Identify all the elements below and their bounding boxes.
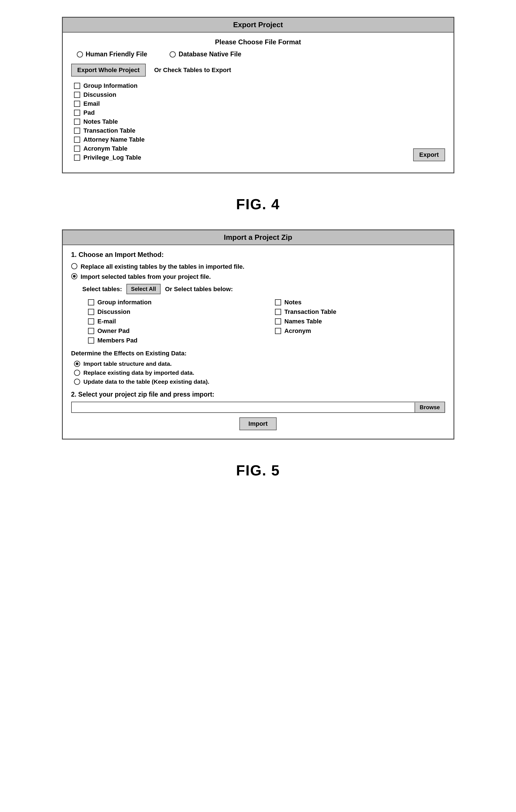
select-tables-label: Select tables: [82, 286, 122, 293]
step2-label: 2. Select your project zip file and pres… [71, 391, 445, 398]
checkbox-label: Email [84, 100, 100, 108]
import-table-checkbox-right[interactable]: Transaction Table [275, 308, 445, 316]
checkbox-box [88, 328, 94, 334]
import-method-section: Replace all existing tables by the table… [71, 263, 445, 344]
file-path-input[interactable] [72, 402, 415, 412]
export-checkbox-item[interactable]: Email [74, 100, 413, 108]
import-table-checkbox-right[interactable] [275, 337, 445, 344]
determine-option-label: Import table structure and data. [84, 360, 172, 367]
export-checkbox-item[interactable]: Attorney Name Table [74, 136, 413, 143]
step1-label: 1. Choose an Import Method: [71, 251, 445, 259]
export-button[interactable]: Export [413, 148, 445, 161]
import-project-body: 1. Choose an Import Method: Replace all … [63, 245, 454, 439]
radio-human-friendly[interactable]: Human Friendly File [77, 51, 147, 58]
checkbox-label: Notes Table [84, 118, 118, 125]
determine-option[interactable]: Replace existing data by imported data. [74, 369, 445, 376]
checkbox-label: Attorney Name Table [84, 136, 145, 143]
radio-import-selected-icon [71, 273, 78, 279]
import-table-checkbox-left[interactable]: Discussion [88, 308, 258, 316]
checkbox-label: Transaction Table [84, 127, 135, 134]
export-bottom-row: Group InformationDiscussionEmailPadNotes… [71, 82, 445, 164]
checkbox-box [74, 154, 80, 161]
checkbox-box [88, 299, 94, 306]
export-checkbox-list: Group InformationDiscussionEmailPadNotes… [71, 82, 413, 161]
radio-replace-all[interactable]: Replace all existing tables by the table… [71, 263, 445, 270]
export-whole-project-button[interactable]: Export Whole Project [71, 64, 146, 77]
file-format-label: Please Choose File Format [71, 38, 445, 46]
determine-option[interactable]: Import table structure and data. [74, 360, 445, 367]
determine-title: Determine the Effects on Existing Data: [71, 350, 445, 357]
determine-options-list: Import table structure and data.Replace … [71, 360, 445, 385]
checkbox-box [74, 110, 80, 116]
import-table-checkbox-right[interactable]: Names Table [275, 318, 445, 325]
checkbox-label: Transaction Table [284, 308, 336, 316]
checkbox-box [88, 338, 94, 344]
checkbox-box [74, 146, 80, 152]
export-project-title: Export Project [233, 21, 283, 29]
export-checkbox-item[interactable]: Privilege_Log Table [74, 154, 413, 161]
import-project-dialog: Import a Project Zip 1. Choose an Import… [62, 229, 454, 439]
checkbox-label: Owner Pad [97, 327, 130, 335]
import-project-titlebar: Import a Project Zip [63, 230, 454, 245]
export-checkbox-item[interactable]: Discussion [74, 91, 413, 98]
checkbox-box [88, 309, 94, 315]
file-input-row: Browse [71, 402, 445, 413]
determine-option-label: Replace existing data by imported data. [84, 369, 194, 376]
file-format-radio-row: Human Friendly File Database Native File [71, 51, 445, 58]
tables-grid: Group informationNotesDiscussionTransact… [88, 299, 445, 344]
checkbox-box [275, 328, 281, 334]
export-project-dialog: Export Project Please Choose File Format… [62, 17, 454, 173]
radio-database-native[interactable]: Database Native File [170, 51, 241, 58]
import-table-checkbox-left[interactable]: Members Pad [88, 337, 258, 344]
fig5-container: Import a Project Zip 1. Choose an Import… [62, 229, 454, 439]
checkbox-box [275, 309, 281, 315]
determine-option-icon [74, 370, 80, 376]
checkbox-label: Acronym Table [84, 145, 127, 152]
radio-import-selected-label: Import selected tables from your project… [81, 273, 211, 281]
import-table-checkbox-right[interactable]: Notes [275, 299, 445, 306]
checkbox-label: Pad [84, 109, 95, 116]
checkbox-box [74, 137, 80, 143]
checkbox-box [275, 299, 281, 306]
step2-section: 2. Select your project zip file and pres… [71, 391, 445, 413]
export-checkbox-item[interactable]: Notes Table [74, 118, 413, 125]
checkbox-label: Notes [284, 299, 302, 306]
import-btn-row: Import [71, 417, 445, 430]
radio-replace-all-label: Replace all existing tables by the table… [81, 263, 244, 270]
import-button[interactable]: Import [239, 417, 276, 430]
export-whole-project-row: Export Whole Project Or Check Tables to … [71, 64, 445, 77]
checkbox-label: Discussion [97, 308, 130, 316]
export-checkbox-item[interactable]: Pad [74, 109, 413, 116]
radio-replace-all-icon [71, 263, 78, 269]
radio-import-selected[interactable]: Import selected tables from your project… [71, 273, 445, 281]
checkbox-label: Group Information [84, 82, 138, 89]
checkbox-box [74, 83, 80, 89]
checkbox-label: Acronym [284, 327, 311, 335]
checkbox-box [74, 119, 80, 125]
select-tables-row: Select tables: Select All Or Select tabl… [82, 284, 445, 294]
fig4-container: Export Project Please Choose File Format… [62, 17, 454, 173]
export-checkbox-item[interactable]: Transaction Table [74, 127, 413, 134]
import-table-checkbox-left[interactable]: Group information [88, 299, 258, 306]
determine-option[interactable]: Update data to the table (Keep existing … [74, 378, 445, 385]
browse-button[interactable]: Browse [415, 403, 444, 412]
export-project-titlebar: Export Project [63, 18, 454, 32]
import-table-checkbox-right[interactable]: Acronym [275, 327, 445, 335]
import-table-checkbox-left[interactable]: E-mail [88, 318, 258, 325]
import-project-title: Import a Project Zip [224, 233, 292, 241]
determine-section: Determine the Effects on Existing Data: … [71, 350, 445, 385]
checkbox-label: Group information [97, 299, 152, 306]
radio-database-native-icon [170, 51, 176, 58]
checkbox-label: Names Table [284, 318, 322, 325]
checkbox-box [74, 127, 80, 134]
or-check-tables-text: Or Check Tables to Export [154, 66, 231, 74]
export-checkbox-item[interactable]: Acronym Table [74, 145, 413, 152]
checkbox-label: Discussion [84, 91, 116, 98]
select-all-button[interactable]: Select All [126, 284, 160, 294]
checkbox-label: Privilege_Log Table [84, 154, 141, 161]
export-checkbox-item[interactable]: Group Information [74, 82, 413, 89]
import-table-checkbox-left[interactable]: Owner Pad [88, 327, 258, 335]
radio-database-native-label: Database Native File [179, 51, 241, 58]
checkbox-box [275, 318, 281, 324]
fig5-label: FIG. 5 [236, 462, 280, 479]
